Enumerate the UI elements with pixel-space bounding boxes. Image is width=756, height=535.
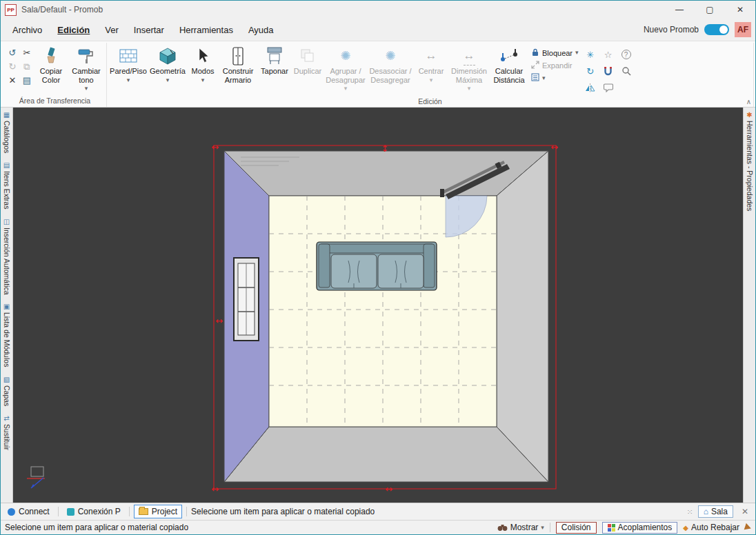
list-options-button[interactable]: ▾: [531, 73, 579, 83]
colision-button[interactable]: Colisión: [556, 522, 597, 534]
window-object[interactable]: [234, 258, 259, 341]
center-arrows-icon: ↔: [426, 46, 437, 65]
centrar-button[interactable]: ↔ Centrar ▾: [414, 43, 448, 83]
menu-edicion[interactable]: Edición: [50, 22, 97, 38]
layers-icon: ▧: [3, 376, 10, 383]
redo-icon[interactable]: ↻: [6, 60, 19, 73]
maximize-button[interactable]: ▢: [695, 1, 725, 19]
taponar-button[interactable]: Taponar: [258, 43, 291, 76]
panel-status-bar: Connect Conexión P Project Selecione um …: [1, 503, 755, 520]
svg-text:↔: ↔: [386, 484, 393, 494]
tools-icon: ✱: [746, 111, 752, 119]
brush-icon: [43, 46, 59, 65]
status-message: Selecione um item para aplicar o materia…: [5, 523, 188, 532]
window-title: Sala/Default - Promob: [21, 5, 103, 14]
viewport-canvas[interactable]: ↔ ↕ ↔ ↔ ↔ ↔: [13, 108, 743, 503]
sala-button[interactable]: ⌂ Sala: [698, 505, 733, 518]
cabinet-icon: [232, 46, 244, 65]
menu-archivo[interactable]: Archivo: [5, 22, 50, 38]
connect-tab[interactable]: Connect: [3, 505, 54, 518]
expand-icon: [531, 61, 539, 70]
chevron-down-icon: ▾: [541, 525, 544, 531]
tab-lista-de-modulos[interactable]: ▣ Lista de Módulos: [3, 303, 11, 367]
minimize-button[interactable]: —: [664, 1, 695, 19]
svg-text:↔: ↔: [212, 484, 219, 494]
paint-cursor-icon[interactable]: [744, 523, 753, 532]
magnet-icon[interactable]: [599, 63, 617, 79]
comment-bubble-icon[interactable]: [599, 79, 617, 96]
calcular-distancia-button[interactable]: Calcular Distáncia: [490, 43, 528, 84]
chevron-down-icon: ▾: [542, 75, 546, 81]
duplicate-icon: [299, 46, 316, 65]
desasociar-button[interactable]: ✺ Desasociar / Desagregar: [367, 43, 414, 84]
bloquear-button[interactable]: Bloquear ▾: [531, 48, 579, 58]
acoplamientos-button[interactable]: Acoplamientos: [602, 522, 678, 534]
align-sparkle-icon[interactable]: ✳: [581, 46, 599, 63]
modos-button[interactable]: Modos ▾: [188, 43, 218, 83]
axis-indicator: [27, 467, 45, 488]
resize-grip-icon[interactable]: ⁙: [686, 507, 693, 516]
chevron-down-icon: ▾: [430, 77, 433, 83]
pared-piso-button[interactable]: Pared/Piso ▾: [109, 43, 148, 83]
room-plan[interactable]: ↔ ↕ ↔ ↔ ↔ ↔: [13, 108, 743, 503]
tab-insercion-automatica[interactable]: ◫ Inserción Automática: [3, 218, 11, 294]
catalog-icon: ▦: [3, 111, 10, 119]
tab-sustituir[interactable]: ⇄ Sustituir: [3, 414, 11, 450]
edicion-group: Pared/Piso ▾ Geometría ▾ Modos ▾: [107, 43, 754, 107]
conexion-p-icon: [67, 508, 74, 516]
cambiar-tono-button[interactable]: Cambiar tono ▾: [68, 43, 104, 92]
construir-armario-button[interactable]: Construir Armario: [218, 43, 258, 84]
app-icon: PP: [5, 4, 17, 16]
group-sparkle-icon: ✺: [340, 46, 350, 65]
menu-herramientas[interactable]: Herramientas: [172, 22, 241, 38]
auto-rebajar-button[interactable]: ◆ Auto Rebajar: [683, 523, 739, 532]
paste-icon[interactable]: ▤: [20, 74, 34, 87]
menu-ayuda[interactable]: Ayuda: [241, 22, 281, 38]
delete-icon[interactable]: ✕: [6, 74, 19, 87]
panel-close-icon[interactable]: ✕: [737, 507, 753, 516]
router-bit-icon: ◆: [683, 524, 688, 532]
dimension-maxima-button[interactable]: ↔ Dimensión Máxima ▾: [448, 43, 490, 92]
help-icon[interactable]: ?: [617, 46, 635, 63]
conexion-p-tab[interactable]: Conexión P: [63, 505, 125, 518]
ribbon-collapse-icon[interactable]: ∧: [746, 98, 751, 105]
close-button[interactable]: ✕: [725, 1, 755, 19]
cube-icon: [159, 46, 177, 65]
favorite-star-icon[interactable]: ☆: [599, 46, 617, 63]
expandir-button[interactable]: Expandir: [531, 61, 579, 70]
tab-capas[interactable]: ▧ Capas: [3, 376, 11, 406]
distance-icon: [499, 46, 519, 65]
ungroup-sparkle-icon: ✺: [385, 46, 395, 65]
tab-itens-extras[interactable]: ▤ Itens Extras: [3, 161, 11, 209]
menu-ver[interactable]: Ver: [97, 22, 126, 38]
binoculars-icon: [497, 524, 508, 532]
sync-icon[interactable]: ↻: [581, 63, 599, 79]
agrupar-button[interactable]: ✺ Agrupar / Desagrupar ▾: [324, 43, 367, 92]
mostrar-button[interactable]: Mostrar ▾: [497, 523, 544, 532]
edicion-group-label: Edición: [109, 96, 751, 108]
svg-text:↔: ↔: [212, 142, 219, 152]
tab-catalogos[interactable]: ▦ Catálogos: [3, 111, 11, 153]
duplicar-button[interactable]: Duplicar: [291, 43, 324, 76]
nuevo-promob-toggle[interactable]: [704, 24, 729, 35]
chevron-down-icon: ▾: [85, 85, 88, 92]
undo-icon[interactable]: ↺: [6, 46, 19, 59]
chevron-down-icon: ▾: [166, 77, 170, 83]
copiar-color-button[interactable]: Copiar Color: [34, 43, 68, 84]
title-bar: PP Sala/Default - Promob — ▢ ✕: [1, 1, 755, 19]
ribbon: ↺ ✂ ↻ ⧉ ✕ ▤ Copiar Color: [1, 41, 755, 108]
copy-icon[interactable]: ⧉: [20, 60, 34, 73]
tab-herramientas-propiedades[interactable]: ✱ Herramientas - Propiedades: [746, 111, 754, 211]
cursor-icon: [196, 46, 210, 65]
project-tab[interactable]: Project: [134, 505, 182, 518]
user-badge[interactable]: AF: [735, 22, 751, 37]
cut-icon[interactable]: ✂: [20, 46, 34, 59]
chevron-down-icon: ▾: [127, 77, 130, 83]
zoom-search-icon[interactable]: [617, 63, 635, 79]
house-icon: ⌂: [704, 507, 708, 516]
mirror-icon[interactable]: [581, 79, 599, 96]
geometria-button[interactable]: Geometría ▾: [148, 43, 188, 83]
sofa[interactable]: [317, 242, 437, 290]
menu-insertar[interactable]: Insertar: [126, 22, 172, 38]
module-list-icon: ▣: [3, 303, 10, 310]
